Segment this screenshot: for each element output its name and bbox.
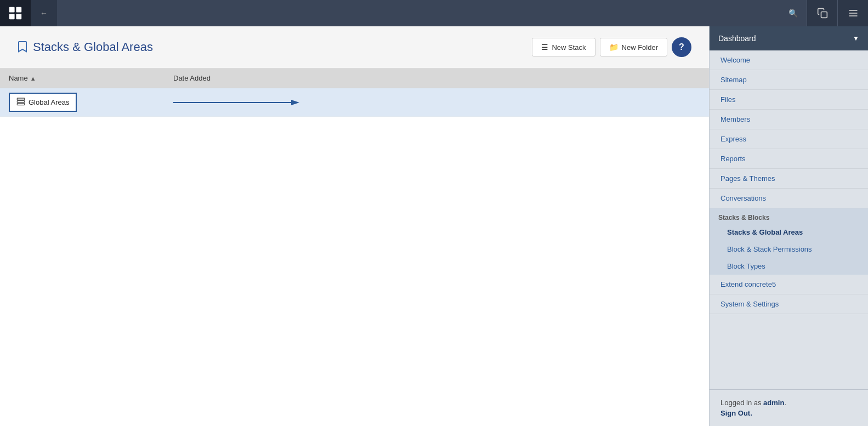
logo-button[interactable]	[0, 0, 31, 26]
sidebar-item-system-settings[interactable]: System & Settings	[710, 294, 868, 314]
svg-rect-4	[821, 12, 827, 18]
arrow-line	[173, 97, 299, 108]
sign-out-link[interactable]: Sign Out.	[721, 409, 857, 417]
sidebar-item-reports[interactable]: Reports	[710, 149, 868, 169]
col-date-header: Date Added	[173, 74, 700, 82]
sort-arrow-icon: ▲	[30, 75, 36, 82]
svg-rect-2	[9, 14, 15, 19]
sidebar-dashboard-header[interactable]: Dashboard ▼	[710, 26, 868, 50]
sidebar-footer: Logged in as admin. Sign Out.	[710, 389, 868, 426]
sidebar-subitem-block-stack-permissions[interactable]: Block & Stack Permissions	[710, 241, 868, 258]
new-stack-button[interactable]: ☰ New Stack	[532, 38, 595, 56]
search-input[interactable]	[57, 0, 780, 26]
copy-button[interactable]	[807, 0, 837, 26]
header-buttons: ☰ New Stack 📁 New Folder ?	[532, 37, 691, 57]
content-area: Stacks & Global Areas ☰ New Stack 📁 New …	[0, 26, 709, 426]
sidebar-item-extend-concrete5[interactable]: Extend concrete5	[710, 275, 868, 294]
stacks-blocks-group-label: Stacks & Blocks	[710, 208, 868, 224]
svg-rect-9	[17, 101, 24, 103]
row-selected-box: Global Areas	[9, 93, 77, 112]
stacks-blocks-group: Stacks & Blocks Stacks & Global Areas Bl…	[710, 208, 868, 275]
svg-rect-8	[17, 98, 24, 100]
top-bar: ← 🔍	[0, 0, 868, 26]
search-bar: 🔍	[57, 0, 807, 26]
svg-rect-3	[16, 14, 21, 19]
table-row[interactable]: Global Areas	[0, 88, 709, 117]
menu-button[interactable]	[837, 0, 868, 26]
chevron-down-icon: ▼	[853, 35, 859, 42]
back-button[interactable]: ←	[31, 0, 57, 26]
row-arrow	[173, 97, 700, 108]
svg-rect-1	[16, 7, 21, 13]
sidebar-item-conversations[interactable]: Conversations	[710, 189, 868, 208]
svg-rect-0	[9, 7, 15, 13]
sidebar-item-pages-themes[interactable]: Pages & Themes	[710, 169, 868, 189]
search-icon: 🔍	[780, 9, 807, 18]
col-name-header[interactable]: Name ▲	[9, 74, 173, 82]
page-header: Stacks & Global Areas ☰ New Stack 📁 New …	[0, 26, 709, 69]
table-header: Name ▲ Date Added	[0, 69, 709, 88]
row-label: Global Areas	[29, 98, 69, 106]
sidebar-item-members[interactable]: Members	[710, 110, 868, 129]
sidebar-subitem-stacks-global-areas[interactable]: Stacks & Global Areas	[710, 224, 868, 241]
table-container: Name ▲ Date Added	[0, 69, 709, 426]
folder-btn-icon: 📁	[609, 43, 619, 52]
sidebar-item-express[interactable]: Express	[710, 129, 868, 149]
svg-rect-10	[17, 103, 24, 105]
svg-marker-12	[291, 100, 299, 105]
page-title: Stacks & Global Areas	[33, 40, 153, 54]
row-stack-icon	[16, 97, 25, 107]
sidebar-item-welcome[interactable]: Welcome	[710, 50, 868, 70]
stack-btn-icon: ☰	[541, 43, 548, 52]
page-title-wrap: Stacks & Global Areas	[18, 40, 153, 54]
row-cell-name: Global Areas	[9, 93, 173, 112]
sidebar: Dashboard ▼ Welcome Sitemap Files Member…	[709, 26, 868, 426]
sidebar-subitem-block-types[interactable]: Block Types	[710, 258, 868, 275]
sidebar-item-files[interactable]: Files	[710, 90, 868, 110]
main-layout: Stacks & Global Areas ☰ New Stack 📁 New …	[0, 26, 868, 426]
new-folder-button[interactable]: 📁 New Folder	[600, 38, 667, 56]
help-button[interactable]: ?	[672, 37, 691, 57]
top-bar-actions	[807, 0, 868, 26]
bookmark-icon	[18, 41, 27, 54]
sidebar-item-sitemap[interactable]: Sitemap	[710, 70, 868, 90]
